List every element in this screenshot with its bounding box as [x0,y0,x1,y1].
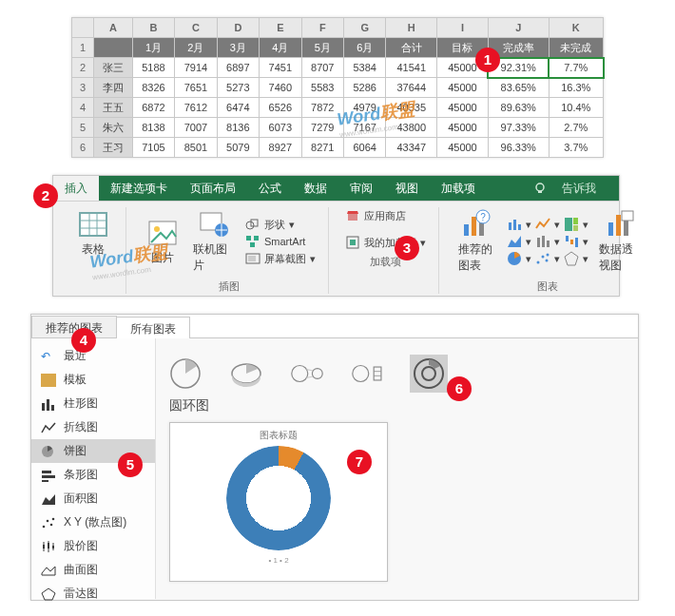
svg-rect-60 [43,545,45,549]
tab-insert[interactable]: 插入 [53,176,99,201]
svg-rect-21 [464,224,469,236]
picture-button[interactable]: 图片 [140,216,185,268]
tab-addin[interactable]: 加载项 [430,176,487,201]
waterfall-icon [564,234,579,249]
pie3d-subtype[interactable] [230,357,262,390]
svg-marker-43 [565,252,578,265]
barofpie-subtype[interactable] [352,357,384,390]
svg-point-39 [537,261,540,264]
surface-icon [41,564,56,577]
svg-point-42 [547,254,550,257]
badge-2: 2 [33,183,58,208]
sidebar-item-stock[interactable]: 股价图 [31,534,155,558]
sidebar-item-area[interactable]: 面积图 [31,487,155,510]
svg-rect-31 [573,225,578,231]
onlinepic-button[interactable]: 联机图片 [191,207,237,276]
svg-point-55 [43,525,46,528]
tell-me[interactable]: 告诉我 [522,176,619,201]
shapes-button[interactable]: 形状 ▾ [242,216,318,233]
badge-5: 5 [118,452,143,477]
bar-icon [41,469,56,482]
svg-rect-48 [42,403,45,411]
tab-data[interactable]: 数据 [293,176,338,201]
tab-allcharts[interactable]: 所有图表 [116,317,190,338]
scatter-icon [535,251,550,266]
sidebar-item-column[interactable]: 柱形图 [31,392,155,415]
doughnut-subtype[interactable] [410,355,448,393]
table-button[interactable]: 表格 [70,207,116,260]
svg-point-41 [546,260,549,262]
table-row: 2张三518879146897745187075384415414500092.… [72,58,604,78]
tab-view[interactable]: 视图 [384,176,430,201]
svg-rect-49 [47,399,49,411]
data-grid[interactable]: ABCDEFGHIJK 1 1月2月3月4月5月6月合计目标完成率未完成 2张三… [71,17,604,158]
tab-layout[interactable]: 页面布局 [179,176,247,201]
svg-point-57 [50,523,53,526]
badge-6: 6 [447,376,472,401]
smartart-icon [245,234,260,249]
svg-rect-62 [48,543,49,549]
svg-rect-35 [566,236,569,241]
svg-rect-47 [622,211,633,221]
screenshot-button[interactable]: 屏幕截图 ▾ [242,250,318,267]
treemap-icon [564,217,579,232]
svg-point-77 [422,367,435,380]
pieofpie-subtype[interactable] [291,357,323,390]
preview-legend: • 1 • 2 [170,556,387,565]
svg-rect-14 [254,236,259,241]
preview-caption: 图表标题 [170,429,387,442]
svg-rect-2 [80,213,106,236]
badge-4: 4 [71,328,96,353]
shapes-icon [245,217,260,232]
svg-rect-37 [575,238,578,247]
svg-rect-73 [374,367,381,380]
svg-rect-44 [608,222,613,236]
badge-7: 7 [347,450,372,474]
tab-review[interactable]: 审阅 [338,176,384,201]
sidebar-item-line[interactable]: 折线图 [31,415,155,439]
badge-1: 1 [475,48,500,72]
area2-icon [41,492,56,506]
recommended-chart-button[interactable]: ?推荐的 图表 [453,207,498,276]
barchart-icon: ? [460,209,491,240]
table-row: 6王习710585015079892782716064433474500096.… [72,138,604,158]
sidebar-item-surface[interactable]: 曲面图 [31,558,155,582]
stock-icon [41,540,56,553]
chart-preview[interactable]: 图表标题 • 1 • 2 [169,422,388,582]
line-chart-button[interactable]: ▾ ▾ ▾ [504,233,591,250]
svg-rect-1 [538,191,542,193]
tab-newtab[interactable]: 新建选项卡 [99,176,179,201]
pie-icon [507,251,522,266]
pivotchart-button[interactable]: 数据透视图 [597,207,643,276]
svg-point-69 [312,369,322,379]
svg-rect-22 [472,217,476,236]
svg-point-56 [47,519,49,522]
tab-formula[interactable]: 公式 [247,176,293,201]
sidebar-item-template[interactable]: 模板 [31,368,155,392]
svg-rect-52 [42,471,51,473]
pie-chart-button[interactable]: ▾ ▾ ▾ [504,250,591,267]
pie-subtype[interactable] [169,357,202,390]
pie2-icon [41,445,56,458]
smartart-button[interactable]: SmartArt [242,233,318,250]
svg-rect-46 [624,219,628,236]
svg-point-58 [52,517,55,520]
scatter2-icon [41,516,56,529]
svg-rect-30 [573,218,578,224]
addin-icon [345,235,360,250]
svg-point-11 [246,221,254,229]
svg-rect-32 [537,238,540,247]
area-icon [507,234,522,249]
sidebar-item-scatter[interactable]: X Y (散点图) [31,510,155,534]
svg-rect-28 [518,224,521,230]
col-chart-button[interactable]: ▾ ▾ ▾ [504,216,591,233]
svg-rect-54 [42,480,48,482]
svg-rect-20 [350,240,356,245]
svg-rect-29 [565,218,572,231]
svg-rect-33 [542,236,545,247]
sidebar-item-radar[interactable]: 雷达图 [31,582,155,601]
store-button[interactable]: 应用商店 [342,207,429,224]
pivot-icon [605,209,635,240]
svg-rect-27 [513,220,516,230]
svg-rect-18 [348,214,357,221]
